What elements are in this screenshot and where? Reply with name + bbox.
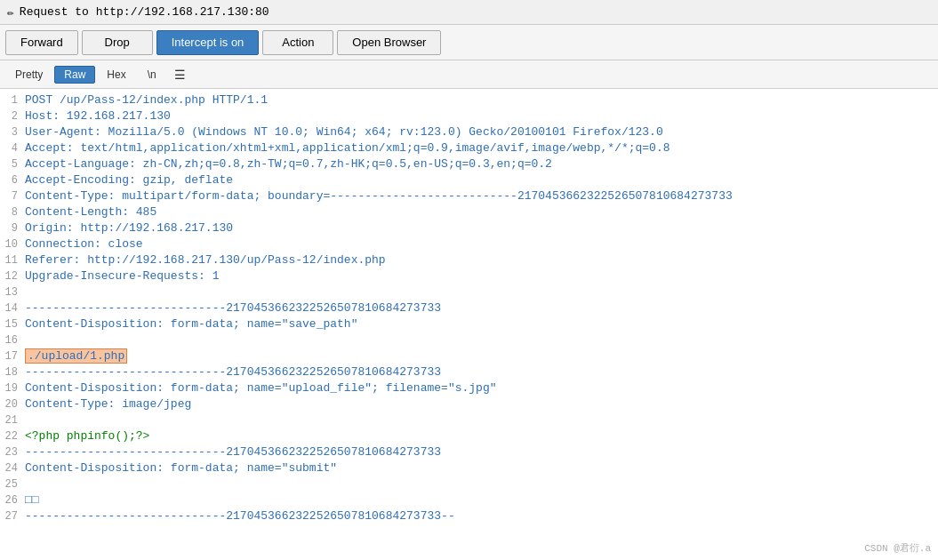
line-number: 5	[0, 156, 25, 172]
line-number: 16	[0, 332, 25, 348]
line-content: Connection: close	[25, 236, 938, 252]
line-content: Accept: text/html,application/xhtml+xml,…	[25, 140, 938, 156]
line-content: Content-Length: 485	[25, 204, 938, 220]
line-number: 4	[0, 140, 25, 156]
line-number: 19	[0, 380, 25, 396]
line-number: 7	[0, 188, 25, 204]
line-content: Content-Disposition: form-data; name="up…	[25, 380, 938, 396]
line-number: 3	[0, 124, 25, 140]
line-24: 24Content-Disposition: form-data; name="…	[0, 460, 938, 476]
line-20: 20Content-Type: image/jpeg	[0, 396, 938, 412]
line-9: 9Origin: http://192.168.217.130	[0, 220, 938, 236]
pencil-icon: ✏	[7, 5, 14, 20]
line-number: 17	[0, 348, 25, 364]
line-8: 8Content-Length: 485	[0, 204, 938, 220]
format-tab-hex[interactable]: Hex	[97, 66, 135, 84]
line-content: Origin: http://192.168.217.130	[25, 220, 938, 236]
line-21: 21	[0, 412, 938, 428]
line-content: Content-Disposition: form-data; name="sa…	[25, 316, 938, 332]
line-number: 26	[0, 492, 25, 508]
drop-button[interactable]: Drop	[82, 30, 153, 55]
forward-button[interactable]: Forward	[5, 30, 78, 55]
line-content: -----------------------------21704536623…	[25, 508, 938, 524]
toolbar: ForwardDropIntercept is onActionOpen Bro…	[0, 25, 938, 60]
highlighted-path: ./upload/1.php	[25, 348, 127, 364]
line-26: 26□□	[0, 492, 938, 508]
line-content: <?php phpinfo();?>	[25, 428, 938, 444]
line-13: 13	[0, 284, 938, 300]
line-11: 11Referer: http://192.168.217.130/up/Pas…	[0, 252, 938, 268]
line-1: 1POST /up/Pass-12/index.php HTTP/1.1	[0, 92, 938, 108]
line-content: Upgrade-Insecure-Requests: 1	[25, 268, 938, 284]
line-27: 27-----------------------------217045366…	[0, 508, 938, 524]
open-browser-button[interactable]: Open Browser	[337, 30, 441, 55]
line-content: Content-Disposition: form-data; name="su…	[25, 460, 938, 476]
action-button[interactable]: Action	[262, 30, 333, 55]
line-number: 6	[0, 172, 25, 188]
line-number: 8	[0, 204, 25, 220]
format-tab-pretty[interactable]: Pretty	[5, 66, 52, 84]
line-number: 20	[0, 396, 25, 412]
line-6: 6Accept-Encoding: gzip, deflate	[0, 172, 938, 188]
line-4: 4Accept: text/html,application/xhtml+xml…	[0, 140, 938, 156]
line-number: 18	[0, 364, 25, 380]
page-title: Request to http://192.168.217.130:80	[20, 5, 269, 19]
line-content: ./upload/1.php	[25, 348, 938, 364]
format-tabs: PrettyRawHex\n☰	[0, 60, 938, 89]
line-content: Referer: http://192.168.217.130/up/Pass-…	[25, 252, 938, 268]
line-content: Content-Type: multipart/form-data; bound…	[25, 188, 938, 204]
line-number: 25	[0, 476, 25, 492]
line-content: Content-Type: image/jpeg	[25, 396, 938, 412]
line-content: Accept-Encoding: gzip, deflate	[25, 172, 938, 188]
line-14: 14-----------------------------217045366…	[0, 300, 938, 316]
line-5: 5Accept-Language: zh-CN,zh;q=0.8,zh-TW;q…	[0, 156, 938, 172]
line-content: -----------------------------21704536623…	[25, 300, 938, 316]
line-23: 23-----------------------------217045366…	[0, 444, 938, 460]
line-16: 16	[0, 332, 938, 348]
line-2: 2Host: 192.168.217.130	[0, 108, 938, 124]
watermark: CSDN @君衍.a	[864, 541, 931, 555]
line-7: 7Content-Type: multipart/form-data; boun…	[0, 188, 938, 204]
content-area: 1POST /up/Pass-12/index.php HTTP/1.12Hos…	[0, 89, 938, 560]
line-number: 22	[0, 428, 25, 444]
line-number: 1	[0, 92, 25, 108]
line-number: 11	[0, 252, 25, 268]
line-content: User-Agent: Mozilla/5.0 (Windows NT 10.0…	[25, 124, 938, 140]
line-number: 24	[0, 460, 25, 476]
line-15: 15Content-Disposition: form-data; name="…	[0, 316, 938, 332]
line-number: 2	[0, 108, 25, 124]
line-number: 10	[0, 236, 25, 252]
line-content: -----------------------------21704536623…	[25, 444, 938, 460]
format-menu-icon[interactable]: ☰	[168, 65, 192, 84]
line-number: 21	[0, 412, 25, 428]
format-tab-raw[interactable]: Raw	[54, 66, 95, 84]
line-18: 18-----------------------------217045366…	[0, 364, 938, 380]
line-number: 13	[0, 284, 25, 300]
line-3: 3User-Agent: Mozilla/5.0 (Windows NT 10.…	[0, 124, 938, 140]
line-number: 27	[0, 508, 25, 524]
line-17: 17./upload/1.php	[0, 348, 938, 364]
line-content: □□	[25, 492, 938, 508]
line-25: 25	[0, 476, 938, 492]
line-content: Host: 192.168.217.130	[25, 108, 938, 124]
line-number: 9	[0, 220, 25, 236]
line-number: 23	[0, 444, 25, 460]
line-10: 10Connection: close	[0, 236, 938, 252]
line-content: -----------------------------21704536623…	[25, 364, 938, 380]
line-22: 22<?php phpinfo();?>	[0, 428, 938, 444]
line-number: 12	[0, 268, 25, 284]
line-19: 19Content-Disposition: form-data; name="…	[0, 380, 938, 396]
format-tab-n[interactable]: \n	[138, 66, 166, 84]
line-content: POST /up/Pass-12/index.php HTTP/1.1	[25, 92, 938, 108]
line-number: 15	[0, 316, 25, 332]
line-12: 12Upgrade-Insecure-Requests: 1	[0, 268, 938, 284]
line-content: Accept-Language: zh-CN,zh;q=0.8,zh-TW;q=…	[25, 156, 938, 172]
line-number: 14	[0, 300, 25, 316]
intercept-button[interactable]: Intercept is on	[156, 30, 260, 55]
